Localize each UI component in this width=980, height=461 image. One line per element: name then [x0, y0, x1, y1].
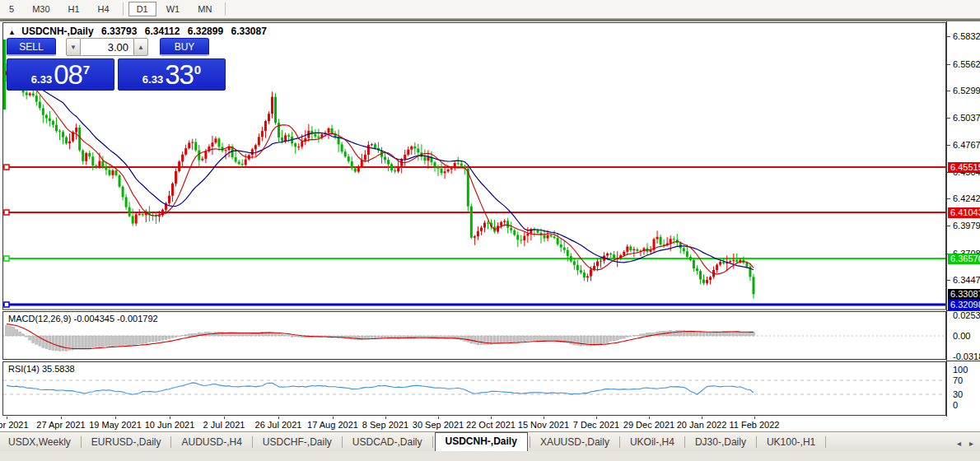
tab-scroll-arrows: ◂▸ — [957, 439, 973, 448]
status-strip — [0, 450, 980, 461]
tab-scroll-left-icon[interactable]: ◂ — [957, 439, 961, 448]
tab-scroll-right-icon[interactable]: ▸ — [969, 439, 973, 448]
date-tick-label: 19 May 2021 — [89, 420, 142, 430]
timeframe-button-mn[interactable]: MN — [189, 2, 220, 16]
date-tick-mark — [115, 417, 116, 419]
date-tick-mark — [385, 417, 386, 419]
tab-separator — [81, 436, 82, 448]
buy-price-box[interactable]: 6.33 33 0 — [118, 58, 226, 91]
chart-tab-usdcad-daily[interactable]: USDCAD-,Daily — [344, 434, 431, 451]
collapse-triangle-icon[interactable]: ▲ — [8, 28, 16, 36]
price-tick-label: 6.34470 — [953, 275, 980, 285]
price-tick-mark — [947, 226, 950, 226]
buy-button[interactable]: BUY — [160, 38, 209, 56]
timeframe-button-w1[interactable]: W1 — [158, 2, 189, 16]
chart-tab-eurusd-daily[interactable]: EURUSD-,Daily — [83, 434, 170, 451]
sell-price-pip: 7 — [83, 63, 90, 77]
price-tick-label: 6.55620 — [953, 59, 980, 69]
sell-price-box[interactable]: 6.33 08 7 — [7, 58, 114, 91]
tab-separator — [530, 436, 530, 448]
date-tick-label: 29 Dec 2021 — [623, 420, 674, 430]
date-tick-label: 10 Jun 2021 — [145, 420, 195, 430]
timeframe-button-d1[interactable]: D1 — [128, 2, 156, 16]
date-tick-mark — [596, 417, 597, 419]
volume-stepper: ▼ ▲ — [66, 38, 148, 56]
sell-price-main: 08 — [54, 61, 82, 89]
macd-label: MACD(12,26,9) -0.004345 -0.001792 — [8, 314, 158, 324]
chart-tab-usdcnh-daily[interactable]: USDCNH-,Daily — [435, 432, 528, 451]
date-tick-label: 30 Sep 2021 — [413, 420, 464, 430]
date-tick-mark — [754, 417, 755, 419]
ohlc-low: 6.32899 — [188, 26, 223, 37]
timeframe-button-h1[interactable]: H1 — [60, 2, 88, 16]
level-line-handle[interactable] — [4, 165, 9, 170]
date-tick-mark — [438, 417, 439, 419]
date-tick-label: 7 Dec 2021 — [573, 420, 619, 430]
tab-separator — [756, 436, 757, 448]
price-tick-label: 6.52995 — [953, 86, 980, 95]
buy-price-main: 33 — [165, 61, 194, 89]
chart-tab-bar: USDX,WeeklyEURUSD-,DailyAUDUSD-,H4USDCHF… — [0, 431, 980, 451]
tab-separator — [432, 436, 433, 448]
timeframe-button-m30[interactable]: M30 — [24, 2, 58, 16]
indicator-tick-label: 100 — [953, 365, 968, 375]
tab-separator — [619, 436, 620, 448]
chart-symbol-label: USDCNH-,Daily — [21, 26, 93, 37]
price-tick-mark — [947, 36, 950, 37]
price-flag: 6.36570 — [948, 254, 980, 264]
indicator-tick-label: 0.00 — [953, 331, 970, 341]
buy-price-prefix: 6.33 — [142, 73, 163, 86]
price-tick-label: 6.50370 — [953, 113, 980, 123]
price-tick-mark — [947, 198, 950, 199]
date-tick-mark — [649, 417, 650, 419]
price-axis[interactable]: 6.583206.556206.529956.503706.476706.450… — [946, 21, 980, 417]
timeframe-button-5[interactable]: 5 — [1, 2, 22, 16]
date-tick-label: 2 Jul 2021 — [203, 420, 245, 430]
chart-title-bar: ▲ USDCNH-,Daily 6.33793 6.34112 6.32899 … — [8, 26, 267, 37]
date-tick-label: 15 Nov 2021 — [518, 420, 569, 430]
chart-tab-xauusd-daily[interactable]: XAUUSD-,Daily — [532, 434, 618, 451]
rsi-indicator-panel[interactable] — [0, 361, 980, 417]
price-tick-mark — [947, 118, 950, 119]
indicator-tick-label: 0 — [953, 400, 958, 410]
level-line-handle[interactable] — [4, 302, 9, 307]
price-tick-mark — [947, 91, 950, 91]
tab-separator — [684, 436, 685, 448]
indicator-tick-label: 30 — [953, 389, 963, 399]
chart-tab-usdchf-daily[interactable]: USDCHF-,Daily — [254, 434, 340, 451]
tab-separator — [825, 436, 826, 448]
date-tick-mark — [544, 417, 544, 419]
volume-input[interactable] — [81, 38, 133, 56]
rsi-frame — [3, 362, 946, 416]
price-flag: 6.32098 — [948, 300, 980, 310]
timeframe-toolbar: 5M30H1H4D1W1MN — [0, 0, 980, 19]
chart-tab-dj30-daily[interactable]: DJ30-,Daily — [687, 434, 754, 451]
ohlc-high: 6.34112 — [145, 26, 180, 37]
volume-up-icon[interactable]: ▲ — [133, 38, 148, 56]
ohlc-open: 6.33793 — [101, 26, 137, 37]
chart-tab-usdx-weekly[interactable]: USDX,Weekly — [0, 434, 79, 451]
sell-button[interactable]: SELL — [7, 38, 56, 56]
panel-splitter[interactable] — [946, 361, 980, 361]
date-tick-mark — [61, 417, 62, 419]
tab-separator — [342, 436, 343, 448]
date-axis[interactable]: 5 Apr 202127 Apr 202119 May 202110 Jun 2… — [0, 417, 980, 431]
date-tick-mark — [333, 417, 334, 419]
toolbar-separator — [123, 2, 124, 16]
date-tick-mark — [702, 417, 702, 419]
toolbar-separator — [225, 2, 226, 16]
price-tick-mark — [947, 64, 950, 65]
panel-splitter[interactable] — [946, 310, 980, 311]
chart-tab-ukoil-h4[interactable]: UKOil-,H4 — [622, 434, 683, 451]
price-tick-mark — [947, 280, 950, 281]
price-tick-label: 6.39795 — [953, 221, 980, 230]
level-line-handle[interactable] — [4, 256, 9, 261]
sell-price-prefix: 6.33 — [31, 73, 52, 86]
price-flag: 6.41043 — [948, 207, 980, 218]
chart-tab-audusd-h4[interactable]: AUDUSD-,H4 — [173, 434, 250, 451]
chart-tab-uk100-h1[interactable]: UK100-,H1 — [758, 434, 824, 451]
level-line-handle[interactable] — [4, 210, 9, 215]
volume-down-icon[interactable]: ▼ — [66, 38, 81, 56]
date-tick-mark — [7, 417, 7, 419]
timeframe-button-h4[interactable]: H4 — [90, 2, 118, 16]
